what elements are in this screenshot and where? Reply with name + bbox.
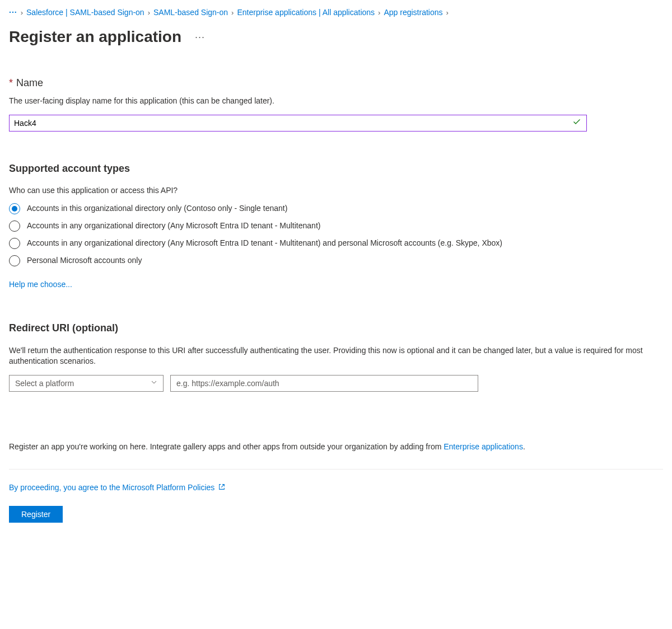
name-input[interactable] [9,115,587,132]
name-section: * Name The user-facing display name for … [9,77,663,132]
radio-icon [9,203,20,214]
platform-policies-link[interactable]: By proceeding, you agree to the Microsof… [9,483,226,492]
radio-icon [9,238,20,249]
breadcrumb-item[interactable]: SAML-based Sign-on [153,8,228,17]
policies-link-text: By proceeding, you agree to the Microsof… [9,483,214,492]
breadcrumb: ··· › Salesforce | SAML-based Sign-on › … [9,8,663,17]
radio-label: Accounts in any organizational directory… [27,220,320,232]
page-title: Register an application [9,28,181,46]
bottom-note-prefix: Register an app you're working on here. … [9,442,444,451]
external-link-icon [218,483,226,492]
radio-single-tenant[interactable]: Accounts in this organizational director… [9,203,663,214]
platform-select[interactable]: Select a platform [9,375,164,392]
account-types-section: Supported account types Who can use this… [9,163,663,322]
radio-personal-only[interactable]: Personal Microsoft accounts only [9,255,663,266]
checkmark-icon [572,118,581,129]
chevron-right-icon: › [378,8,380,17]
register-button[interactable]: Register [9,506,63,523]
chevron-right-icon: › [231,8,234,17]
redirect-uri-section: Redirect URI (optional) We'll return the… [9,322,663,392]
help-me-choose-link[interactable]: Help me choose... [9,280,72,289]
redirect-uri-help-text: We'll return the authentication response… [9,345,663,367]
breadcrumb-item[interactable]: Salesforce | SAML-based Sign-on [26,8,144,17]
enterprise-applications-link[interactable]: Enterprise applications [444,442,523,451]
account-types-question: Who can use this application or access t… [9,186,663,195]
chevron-down-icon [151,379,157,387]
platform-select-placeholder: Select a platform [15,379,74,388]
page-title-row: Register an application ··· [9,28,663,46]
more-options-icon[interactable]: ··· [195,31,205,43]
redirect-uri-input[interactable] [170,375,478,392]
radio-icon [9,220,20,232]
name-label-row: * Name [9,77,663,89]
divider [9,469,663,470]
breadcrumb-item[interactable]: Enterprise applications | All applicatio… [237,8,375,17]
required-star-icon: * [9,77,13,89]
bottom-note-suffix: . [523,442,525,451]
chevron-right-icon: › [21,8,23,17]
breadcrumb-item[interactable]: App registrations [384,8,442,17]
chevron-right-icon: › [148,8,150,17]
radio-label: Accounts in any organizational directory… [27,237,502,249]
radio-multitenant[interactable]: Accounts in any organizational directory… [9,220,663,232]
name-label: Name [16,77,43,89]
account-types-heading: Supported account types [9,163,663,175]
bottom-note: Register an app you're working on here. … [9,442,663,451]
radio-multitenant-personal[interactable]: Accounts in any organizational directory… [9,237,663,249]
account-types-radio-group: Accounts in this organizational director… [9,203,663,266]
name-help-text: The user-facing display name for this ap… [9,96,663,107]
radio-icon [9,255,20,266]
radio-label: Personal Microsoft accounts only [27,255,142,266]
redirect-uri-row: Select a platform [9,375,663,392]
name-input-wrapper [9,115,587,132]
redirect-uri-heading: Redirect URI (optional) [9,322,663,334]
chevron-right-icon: › [446,8,449,17]
radio-label: Accounts in this organizational director… [27,203,287,214]
breadcrumb-ellipsis[interactable]: ··· [9,8,17,17]
